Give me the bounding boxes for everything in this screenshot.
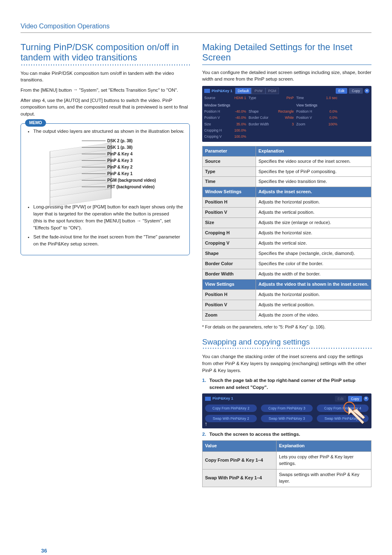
memo-item: Long-pressing the [PVW] or [PGM] button … bbox=[33, 204, 184, 231]
section-title-right: Making Detailed Settings for the Inset S… bbox=[202, 42, 371, 63]
parameter-table: ParameterExplanation SourceSpecifies the… bbox=[202, 146, 371, 321]
table-row: Border ColorSpecifies the color of the b… bbox=[203, 259, 371, 269]
window-icon bbox=[205, 397, 211, 401]
swap-option[interactable]: Swap With PinP&Key 3 bbox=[261, 415, 313, 422]
step-2: 2. Touch the screen to access the settin… bbox=[202, 431, 371, 438]
tab-pgm[interactable]: PGM bbox=[265, 88, 279, 94]
table-row: Position HAdjusts the horizontal positio… bbox=[203, 197, 371, 208]
divider bbox=[202, 65, 371, 65]
hand-pointer-icon bbox=[343, 401, 367, 427]
memo-item: The output video layers are structured a… bbox=[33, 128, 184, 200]
close-icon[interactable]: ✕ bbox=[364, 88, 369, 93]
table-row: Border WidthAdjusts the width of the bor… bbox=[203, 269, 371, 279]
section-title-left: Turning PinP/DSK composition on/off in t… bbox=[21, 42, 190, 63]
table-row: ShapeSpecifies the shape (rectangle, cir… bbox=[203, 249, 371, 259]
right-column: Making Detailed Settings for the Inset S… bbox=[202, 42, 371, 487]
memo-box: MEMO The output video layers are structu… bbox=[21, 123, 190, 255]
copy-setup-screenshot: PinP&Key 1 Edit Copy ✕ Copy From PinP&Ke… bbox=[202, 393, 371, 429]
edit-button[interactable]: Edit bbox=[336, 88, 348, 94]
table-row: Window SettingsAdjusts the inset screen. bbox=[203, 187, 371, 197]
step-1: 1. Touch the page tab at the top right-h… bbox=[202, 377, 371, 391]
table-row: Cropping HAdjusts the horizontal size. bbox=[203, 228, 371, 238]
divider bbox=[202, 347, 371, 349]
body-text: You can change the stacking order of the… bbox=[202, 353, 371, 374]
left-column: Turning PinP/DSK composition on/off in t… bbox=[21, 42, 190, 487]
body-text: From the [MENU] button → "System", set "… bbox=[21, 87, 190, 94]
arrow-right-icon: → bbox=[73, 86, 78, 93]
footnote: * For details on the parameters, refer t… bbox=[202, 324, 371, 330]
table-row: View SettingsAdjusts the video that is s… bbox=[203, 279, 371, 289]
copy-option[interactable]: Copy From PinP&Key 3 bbox=[261, 405, 313, 412]
table-row: Copy From PinP & Key 1–4Lets you copy ot… bbox=[203, 452, 371, 469]
table-row: Position HAdjusts the horizontal positio… bbox=[203, 289, 371, 300]
copy-button[interactable]: Copy bbox=[349, 88, 363, 94]
tab-pvw[interactable]: PVW bbox=[251, 88, 265, 94]
memo-label: MEMO bbox=[25, 119, 46, 127]
table-row: SizeAdjusts the size (enlarge or reduce)… bbox=[203, 218, 371, 228]
subsection-title: Swapping and copying settings bbox=[202, 338, 371, 347]
back-arrow-icon[interactable]: ↑ bbox=[205, 420, 208, 428]
pinp-setup-screenshot: PinP&Key 1 Default PVW PGM Edit Copy ✕ S… bbox=[202, 86, 371, 142]
table-row: Position VAdjusts the vertical position. bbox=[203, 300, 371, 310]
divider bbox=[21, 64, 190, 66]
memo-item: Set the fade-in/out time for the inset s… bbox=[33, 234, 184, 247]
table-row: Position VAdjusts the vertical position. bbox=[203, 208, 371, 218]
table-row: TypeSpecifies the type of PinP compositi… bbox=[203, 166, 371, 177]
body-text: After step 4, use the [AUTO] and [CUT] b… bbox=[21, 97, 190, 118]
layer-diagram: DSK 2 (p. 38) DSK 1 (p. 38) PinP & Key 4… bbox=[33, 138, 184, 199]
body-text: You can make PinP/DSK composition turn o… bbox=[21, 70, 190, 83]
breadcrumb: Video Composition Operations bbox=[21, 21, 371, 33]
copy-option[interactable]: Copy From PinP&Key 2 bbox=[205, 405, 257, 412]
page-number: 36 bbox=[41, 547, 47, 555]
window-icon bbox=[204, 89, 210, 93]
table-row: ZoomAdjusts the zoom of the video. bbox=[203, 310, 371, 320]
table-row: Swap With PinP & Key 1–4Swaps settings w… bbox=[203, 469, 371, 487]
table-row: SourceSpecifies the video source of the … bbox=[203, 156, 371, 166]
table-row: Cropping VAdjusts the vertical size. bbox=[203, 238, 371, 249]
swap-option[interactable]: Swap With PinP&Key 2 bbox=[205, 415, 257, 422]
table-row: TimeSpecifies the video transition time. bbox=[203, 177, 371, 187]
tab-default[interactable]: Default bbox=[235, 88, 252, 94]
value-table: ValueExplanation Copy From PinP & Key 1–… bbox=[202, 440, 371, 487]
body-text: You can configure the detailed inset scr… bbox=[202, 69, 371, 83]
